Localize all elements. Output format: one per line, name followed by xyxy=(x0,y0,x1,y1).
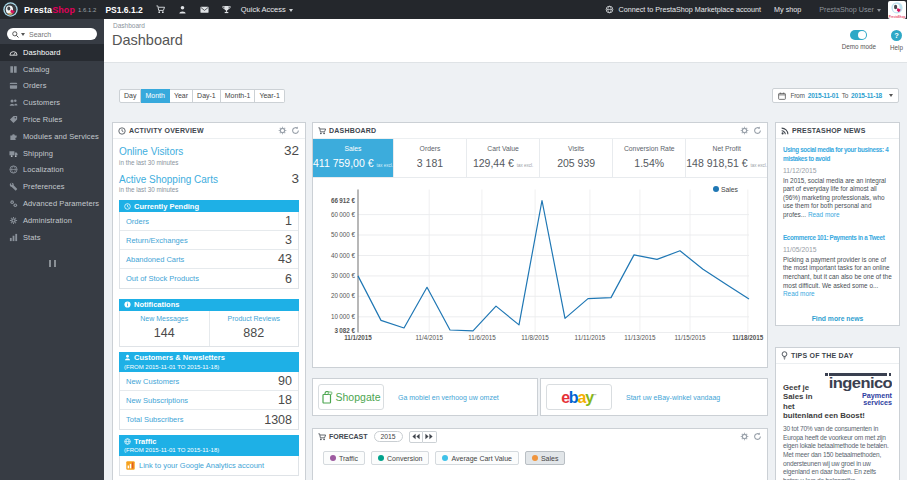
sidebar-item-dashboard[interactable]: Dashboard xyxy=(0,44,104,61)
fast-forward-icon xyxy=(425,433,433,440)
online-visitors-link[interactable]: Online Visitors xyxy=(119,146,183,157)
notifications-header: Notifications xyxy=(119,299,299,311)
legend-conversion-button[interactable]: Conversion xyxy=(371,451,429,465)
date-range-picker[interactable]: From2015-11-01 To2015-11-18 xyxy=(772,88,899,103)
sidebar-item-price-rules[interactable]: Price Rules xyxy=(0,111,104,128)
tips-panel-title: TIPS OF THE DAY xyxy=(791,352,853,359)
new-messages-link[interactable]: New Messages xyxy=(120,315,209,322)
shop-name[interactable]: PS1.6.1.2 xyxy=(105,5,142,15)
globe-icon xyxy=(124,438,131,445)
marketplace-icon xyxy=(605,5,614,14)
sidebar-item-advanced-parameters[interactable]: Advanced Parameters xyxy=(0,195,104,212)
help-icon[interactable]: ? xyxy=(891,30,902,41)
gear-icon[interactable] xyxy=(740,432,749,441)
marketplace-link[interactable]: Connect to PrestaShop Marketplace accoun… xyxy=(605,5,761,14)
clock-icon xyxy=(118,127,126,135)
product-reviews-cell: Product Reviews882 xyxy=(209,311,299,346)
sidebar-item-stats[interactable]: Stats xyxy=(0,229,104,246)
range-button-day-1[interactable]: Day-1 xyxy=(193,89,221,103)
kpi-conversion-rate[interactable]: Conversion Rate1.54% xyxy=(612,139,685,177)
sidebar-item-modules[interactable]: Modules and Services xyxy=(0,128,104,145)
find-more-news-link[interactable]: Find more news xyxy=(776,313,899,328)
demo-mode-control[interactable]: Demo mode xyxy=(842,30,876,50)
user-menu[interactable]: PrestaShop User xyxy=(819,5,881,14)
sidebar-item-preferences[interactable]: Preferences xyxy=(0,178,104,195)
news-item-date: 11/05/2015 xyxy=(783,246,892,253)
refresh-icon[interactable] xyxy=(291,126,300,135)
range-button-year-1[interactable]: Year-1 xyxy=(255,89,284,103)
backward-button[interactable] xyxy=(409,431,423,443)
sidebar-item-orders[interactable]: Orders xyxy=(0,78,104,95)
total-subscribers-link[interactable]: Total Subscribers xyxy=(126,415,184,424)
svg-text:40 000 €: 40 000 € xyxy=(331,252,356,259)
refresh-icon[interactable] xyxy=(753,126,762,135)
collapse-menu-button[interactable] xyxy=(0,253,104,271)
gear-icon[interactable] xyxy=(740,126,749,135)
sidebar-item-shipping[interactable]: Shipping xyxy=(0,145,104,162)
user-avatar[interactable]: PrestaShop xyxy=(888,1,906,19)
forecast-panel-title: FORECAST xyxy=(329,433,368,440)
search-scope-caret-icon[interactable] xyxy=(21,33,25,36)
search-input[interactable] xyxy=(29,31,84,38)
kpi-cart-value[interactable]: Cart Value129,44 € tax excl. xyxy=(466,139,539,177)
ebay-link[interactable]: Start uw eBay-winkel vandaag xyxy=(626,394,720,401)
ingenico-logo[interactable]: ingenico Paymentservices xyxy=(818,373,892,407)
shopgate-link[interactable]: Ga mobiel en verhoog uw omzet xyxy=(398,394,499,401)
range-button-day[interactable]: Day xyxy=(119,89,141,103)
stats-icon xyxy=(9,233,18,242)
customer-icon xyxy=(124,354,131,361)
read-more-link[interactable]: Read more xyxy=(808,211,840,218)
range-button-year[interactable]: Year xyxy=(170,89,193,103)
shopgate-logo[interactable]: Shopgate xyxy=(318,384,384,410)
kpi-visits[interactable]: Visits205 939 xyxy=(539,139,612,177)
demo-mode-toggle[interactable] xyxy=(850,30,867,40)
out-of-stock-link[interactable]: Out of Stock Products xyxy=(126,274,199,283)
abandoned-carts-link[interactable]: Abandoned Carts xyxy=(126,255,184,264)
news-item-title[interactable]: Ecommerce 101: Payments in a Tweet xyxy=(783,234,892,243)
my-shop-link[interactable]: My shop xyxy=(774,5,801,14)
trophy-icon[interactable] xyxy=(222,5,231,14)
range-button-month-1[interactable]: Month-1 xyxy=(221,89,256,103)
forward-button[interactable] xyxy=(423,431,437,443)
range-button-month[interactable]: Month xyxy=(141,89,169,103)
news-item-title[interactable]: Using social media for your business: 4 … xyxy=(783,146,892,163)
kpi-sales[interactable]: Sales411 759,00 € tax excl. xyxy=(313,139,393,177)
legend-sales-button[interactable]: Sales xyxy=(525,451,566,465)
svg-text:20 000 €: 20 000 € xyxy=(331,292,356,299)
sidebar-item-catalog[interactable]: Catalog xyxy=(0,61,104,78)
ebay-logo[interactable]: ebay™ xyxy=(546,384,612,410)
prestashop-logo[interactable] xyxy=(3,2,18,17)
legend-traffic-button[interactable]: Traffic xyxy=(323,451,365,465)
forecast-year-pill[interactable]: 2015 xyxy=(374,431,403,442)
sidebar-search[interactable] xyxy=(7,28,97,40)
new-customers-link[interactable]: New Customers xyxy=(126,377,179,386)
sidebar-item-localization[interactable]: Localization xyxy=(0,162,104,179)
quick-access-menu[interactable]: Quick Access xyxy=(241,5,293,14)
sidebar-item-administration[interactable]: Administration xyxy=(0,212,104,229)
messages-icon[interactable] xyxy=(200,5,209,14)
google-analytics-icon xyxy=(126,461,135,470)
kpi-orders[interactable]: Orders3 181 xyxy=(393,139,466,177)
product-reviews-link[interactable]: Product Reviews xyxy=(210,315,299,322)
pending-orders-link[interactable]: Orders xyxy=(126,217,149,226)
kpi-net-profit[interactable]: Net Profit148 918,51 € tax excl. xyxy=(685,139,767,177)
cart-icon[interactable] xyxy=(156,5,165,14)
google-analytics-link[interactable]: Link to your Google Analytics account xyxy=(139,461,264,470)
new-subscriptions-link[interactable]: New Subscriptions xyxy=(126,396,188,405)
pending-returns-link[interactable]: Return/Exchanges xyxy=(126,236,188,245)
new-messages-cell: New Messages144 xyxy=(120,311,209,346)
forecast-panel: FORECAST 2015 Traffic Conversion Average… xyxy=(312,428,768,480)
employees-icon[interactable] xyxy=(178,5,187,14)
gear-icon[interactable] xyxy=(278,126,287,135)
refresh-icon[interactable] xyxy=(753,432,762,441)
active-carts-link[interactable]: Active Shopping Carts xyxy=(119,174,218,185)
sidebar-item-customers[interactable]: Customers xyxy=(0,94,104,111)
legend-average-cart-value-button[interactable]: Average Cart Value xyxy=(435,451,518,465)
advanced-parameters-icon xyxy=(9,199,18,208)
sales-chart[interactable]: 11/1/201511/4/201511/6/201511/8/201511/1… xyxy=(313,178,767,366)
traffic-rows: Link to your Google Analytics account xyxy=(119,456,299,476)
svg-text:60 000 €: 60 000 € xyxy=(331,211,356,218)
svg-text:11/8/2015: 11/8/2015 xyxy=(521,334,549,341)
read-more-link[interactable]: Read more xyxy=(783,290,815,297)
help-control[interactable]: ? Help xyxy=(890,30,903,51)
